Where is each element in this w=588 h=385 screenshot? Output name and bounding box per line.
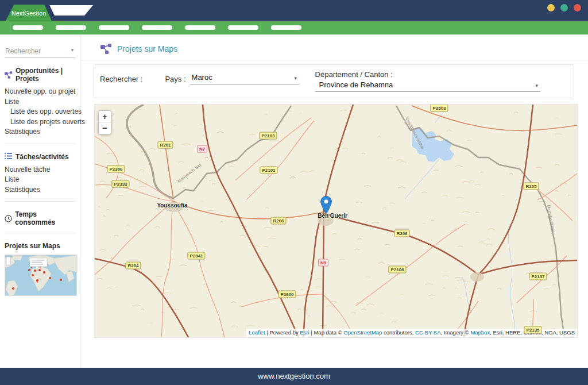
nav-pill-7[interactable] — [271, 25, 301, 30]
road-badge-p2135: P2135 — [524, 326, 541, 334]
nav-pill-2[interactable] — [56, 25, 86, 30]
leaflet-map[interactable]: + − Leaflet | Powered by Esri | Map data… — [95, 105, 577, 337]
list-icon — [5, 153, 13, 160]
department-filter-label: Département / Canton : — [315, 70, 540, 79]
sidebar-item[interactable]: Nouvelle opp. ou projet — [5, 87, 75, 97]
sidebar-item[interactable]: Liste des projets ouverts — [5, 117, 75, 128]
sidebar-item[interactable]: Statistiques — [5, 127, 75, 137]
sidebar: ▼ Opportunités | ProjetsNouvelle opp. ou… — [0, 34, 80, 368]
country-select-value: Maroc — [192, 73, 212, 82]
road-badge-p2101: P2101 — [260, 167, 277, 174]
filter-bar: Rechercher : Pays : Maroc ▼ Département … — [94, 64, 574, 98]
decorative-slant — [48, 5, 93, 16]
road-badge-r204: R204 — [125, 262, 141, 270]
search-input[interactable] — [5, 46, 75, 57]
road-badge-p2341: P2341 — [187, 252, 205, 260]
nav-pill-6[interactable] — [228, 25, 258, 30]
road-badge-r205: R205 — [523, 183, 539, 190]
sidebar-item-opportunites[interactable]: Opportunités | Projets — [5, 67, 75, 83]
sidebar-section-title: Temps consommés — [15, 210, 75, 226]
attribution-text: | Powered by — [265, 329, 300, 336]
road-badge-r206: R206 — [394, 230, 409, 237]
sitemap-icon — [5, 71, 13, 79]
sidebar-item-taches[interactable]: Tâches/activités — [5, 153, 75, 161]
attribution-text: | Map data © — [310, 329, 344, 336]
zoom-control: + − — [98, 110, 111, 134]
sidebar-item[interactable]: Nouvelle tâche — [5, 165, 75, 175]
sitemap-icon — [100, 44, 112, 54]
road-badge-p2306: P2306 — [107, 165, 125, 173]
sidebar-item[interactable]: Statistiques — [5, 185, 75, 195]
region-label: Marrakech-Safi — [176, 162, 203, 184]
sidebar-section-opportunites: Opportunités | ProjetsNouvelle opp. ou p… — [5, 67, 75, 137]
sidebar-section-temps: Temps consommés — [5, 210, 75, 226]
department-select[interactable]: Province de Rehamna ▼ — [315, 80, 540, 92]
attribution-text: contributors, — [382, 329, 415, 336]
attribution-link[interactable]: OpenStreetMap — [343, 329, 382, 336]
road-badge-n9: N9 — [318, 259, 328, 267]
sidebar-item[interactable]: Liste — [5, 97, 75, 107]
chevron-down-icon: ▼ — [535, 83, 539, 88]
projects-map-thumbnail[interactable] — [5, 255, 77, 296]
region-label: Marrakech-Safi — [546, 205, 556, 234]
nav-pill-1[interactable] — [13, 25, 43, 30]
nav-pill-5[interactable] — [185, 25, 215, 30]
zoom-in-button[interactable]: + — [99, 111, 111, 122]
search-filter-label: Rechercher : — [100, 75, 142, 83]
sidebar-item-maps[interactable]: Projets sur Maps — [5, 242, 75, 250]
top-bar: NextGestion — [0, 0, 588, 21]
map-marker-pin[interactable] — [320, 196, 332, 214]
road-badge-p3503: P3503 — [430, 105, 448, 112]
clock-icon — [5, 215, 12, 222]
attribution-link[interactable]: Mapbox — [470, 329, 490, 336]
road-badge-r206: R206 — [270, 217, 286, 225]
attribution-link[interactable]: Esri — [300, 329, 309, 336]
sidebar-item[interactable]: Liste — [5, 175, 75, 185]
window-buttons — [547, 4, 581, 11]
attribution-link[interactable]: CC-BY-SA — [415, 329, 441, 336]
sidebar-sections: Opportunités | ProjetsNouvelle opp. ou p… — [5, 67, 75, 250]
window-button-red[interactable] — [574, 4, 581, 11]
region-label: Casablanca-Settat — [404, 116, 425, 150]
footer: www.nextgestion.com — [0, 368, 588, 385]
sidebar-section-title: Opportunités | Projets — [16, 67, 75, 83]
town-label-youssoufia: Youssoufia — [157, 202, 187, 209]
sidebar-item-temps[interactable]: Temps consommés — [5, 210, 75, 226]
main-navbar — [0, 21, 588, 34]
sidebar-section-title: Projets sur Maps — [5, 242, 60, 250]
sidebar-search: ▼ — [5, 45, 75, 58]
brand-logo[interactable]: NextGestion — [6, 5, 52, 21]
page-header: Projets sur Maps — [80, 34, 588, 60]
window-button-yellow[interactable] — [547, 4, 555, 11]
sidebar-section-taches: Tâches/activitésNouvelle tâcheListeStati… — [5, 153, 75, 195]
attribution-text: , Imagery © — [441, 329, 471, 336]
sidebar-divider — [5, 201, 75, 202]
department-select-value: Province de Rehamna — [319, 80, 393, 89]
sidebar-section-title: Tâches/activités — [16, 153, 69, 161]
road-badge-n7: N7 — [197, 145, 207, 153]
country-filter-label: Pays : — [165, 75, 185, 83]
road-badge-p2600: P2600 — [278, 291, 296, 298]
chevron-down-icon: ▼ — [293, 76, 298, 81]
map-overlay: + − Leaflet | Powered by Esri | Map data… — [95, 105, 577, 337]
main-content: Projets sur Maps Rechercher : Pays : Mar… — [80, 34, 588, 368]
chevron-down-icon[interactable]: ▼ — [70, 48, 75, 53]
sidebar-divider — [5, 233, 75, 233]
sidebar-section-maps: Projets sur Maps — [5, 242, 75, 250]
attribution-link[interactable]: Leaflet — [249, 329, 265, 336]
road-badge-p2108: P2108 — [388, 266, 406, 274]
country-select[interactable]: Maroc ▼ — [190, 73, 299, 84]
header-divider — [80, 60, 588, 60]
road-badge-r201: R201 — [157, 141, 173, 149]
nav-pill-3[interactable] — [99, 25, 129, 30]
page-title: Projets sur Maps — [117, 44, 177, 53]
sidebar-item[interactable]: Liste des opp. ouvertes — [5, 107, 75, 117]
window-button-green[interactable] — [560, 4, 568, 11]
road-badge-p2333: P2333 — [111, 180, 129, 188]
sidebar-divider — [5, 144, 75, 144]
town-label-ben-guerir: Ben Guerir — [318, 213, 347, 219]
zoom-out-button[interactable]: − — [99, 122, 111, 134]
thumbnail-world-map — [5, 255, 78, 297]
footer-url[interactable]: www.nextgestion.com — [258, 372, 330, 380]
nav-pill-4[interactable] — [142, 25, 172, 30]
